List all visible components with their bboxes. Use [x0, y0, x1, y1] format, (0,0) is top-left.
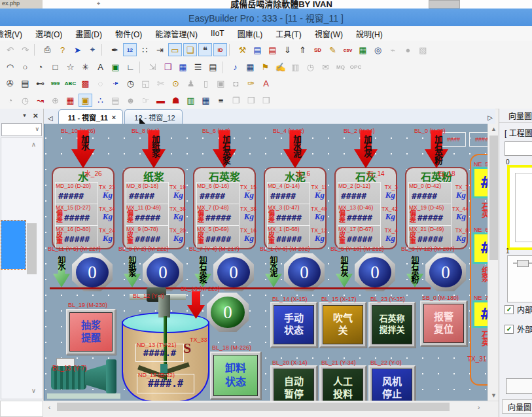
shape-library-icon[interactable]: ❒	[161, 61, 175, 74]
tab-scroll-left-icon[interactable]: ◁	[48, 115, 53, 122]
format-pen-icon[interactable]: ✑	[244, 77, 258, 90]
deviation-display[interactable]: MX_11 (D-49) 偏差 ##### Kg TX_36	[126, 204, 168, 226]
group-library-icon[interactable]: ☰	[191, 61, 205, 74]
discharge-unit[interactable]: BL_9 (Y-2) (M-222) 卸纸浆 0	[122, 252, 185, 293]
line-tool-icon[interactable]: ∟	[124, 61, 137, 74]
recipe-table-icon[interactable]: ▦	[356, 43, 370, 56]
panel-footer-tab[interactable]: 向量圖	[502, 399, 532, 414]
scheduler-icon[interactable]: ▦	[199, 94, 213, 107]
status-display-box[interactable]: ####	[469, 132, 488, 147]
pass-through-icon[interactable]: ◎	[371, 43, 385, 56]
menu-iiot[interactable]: IIoT	[204, 29, 231, 38]
deviation-display[interactable]: MX_7 (D-48) 偏差 ##### Kg TX_38	[197, 204, 239, 226]
ledger-icon[interactable]: ▥	[289, 61, 302, 74]
ascii-display-icon[interactable]: ABC	[63, 77, 77, 90]
internal-checkbox[interactable]: ✓ 内部	[505, 304, 532, 315]
unload-status-lamp[interactable]: 卸料 状态	[210, 352, 261, 399]
manual-status-button[interactable]: BL_14 (X-15) 手动 状态	[270, 302, 317, 348]
quick-edit-icon[interactable]: ✎	[326, 43, 340, 56]
printer-dim-icon[interactable]: ❒	[244, 94, 258, 107]
text-tool-icon[interactable]: A	[94, 61, 107, 74]
vector-item-selected[interactable]	[507, 165, 532, 250]
object-list-icon[interactable]: ▤	[206, 61, 220, 74]
ne-display[interactable]: #	[472, 300, 488, 328]
usb-icon[interactable]: ⌁	[386, 43, 400, 56]
ellipse-tool-icon[interactable]: ○	[18, 61, 32, 74]
function-key-icon[interactable]: ·F	[109, 77, 122, 90]
simulate-offline-icon[interactable]: ▤	[266, 43, 279, 56]
ruler-icon[interactable]: 12	[123, 43, 137, 56]
collapse-icon[interactable]: ▼	[22, 113, 27, 118]
compass-icon[interactable]: ⊕	[48, 94, 62, 107]
eraser-icon[interactable]: ✄	[154, 77, 168, 90]
deviation-display[interactable]: MX_3 (D-47) 偏差 ##### Kg TX_40	[268, 204, 310, 226]
label-tag-icon[interactable]: ⚑	[258, 61, 272, 74]
tab-close-icon[interactable]: ×	[112, 113, 116, 121]
contact-icon[interactable]: ☻	[124, 94, 137, 107]
picture-tool-icon[interactable]: ▣	[109, 61, 122, 74]
arc-tool-icon[interactable]: ◠	[3, 61, 17, 74]
scroll-down-icon[interactable]: ▼	[488, 390, 499, 401]
library-select[interactable]: ∨	[1, 123, 42, 136]
scroll-right-icon[interactable]: ›	[473, 401, 484, 413]
scroll-down-icon[interactable]: ∨	[31, 387, 36, 394]
scrollbar-thumb[interactable]	[489, 136, 498, 260]
snapshot-icon[interactable]: ▣	[214, 77, 228, 90]
document-icon[interactable]: ▯	[199, 77, 213, 90]
window-mode-icon[interactable]: ❏	[183, 43, 197, 56]
design-canvas[interactable]: #### #### BL_10 (Y-26) 加水 水 水_26 MD_10 (…	[44, 124, 488, 401]
scatter-plot-icon[interactable]: ∴	[94, 94, 107, 107]
recipe-view-icon[interactable]: ≡	[214, 94, 228, 107]
scroll-up-icon[interactable]: ∧	[31, 141, 36, 148]
library-swatch-selected[interactable]	[1, 221, 26, 269]
menu-energy[interactable]: 能源管理(N)	[149, 28, 204, 39]
redo-icon[interactable]: ↷	[18, 43, 32, 56]
setpoint-display[interactable]: MD_0 (D-42) ##### Kg TX_7	[409, 183, 451, 204]
freehand-tool-icon[interactable]: ✳	[79, 61, 92, 74]
tare-display[interactable]: MX_1 (D-68) 皮重 ##### Kg TX_12	[268, 226, 310, 247]
oscilloscope-icon[interactable]: ▣	[79, 94, 92, 107]
download-icon[interactable]: ⇓	[281, 43, 294, 56]
pie-tool-icon[interactable]: ◔	[33, 61, 47, 74]
material-card[interactable]: 石英粉 石_18 MD_0 (D-42) ##### Kg TX_7 MX_19…	[405, 167, 468, 249]
grid-icon[interactable]: ∷	[138, 43, 152, 56]
shape-mode-icon[interactable]: ▭	[168, 43, 182, 56]
discharge-unit[interactable]: BL_5 (Y-10) (M-212) 卸石灰 0	[334, 252, 397, 293]
material-card[interactable]: 纸浆 MD_8 (D-18) ##### Kg TX_19 MX_11 (D-4…	[122, 167, 185, 249]
menu-window[interactable]: 視窗(W)	[308, 28, 349, 39]
menu-view[interactable]: 檢視(V)	[0, 28, 29, 39]
ne-display[interactable]: #	[472, 232, 488, 264]
menu-objects[interactable]: 物件(O)	[109, 28, 149, 39]
horizontal-scrollbar[interactable]: ‹ ›	[44, 401, 499, 413]
simulate-online-icon[interactable]: ▤	[251, 43, 264, 56]
layers-icon[interactable]: ❒	[259, 94, 273, 107]
material-card[interactable]: 石灰 石_14 MD_2 (D-12) ##### Kg TX_3 MX_13 …	[334, 167, 397, 249]
library-list[interactable]: ∧ ∨	[1, 137, 43, 399]
ne-display[interactable]: #	[472, 167, 488, 198]
tare-display[interactable]: MX_9 (D-78) 皮重 ##### Kg TX_20	[126, 226, 168, 247]
mail-icon[interactable]: ✉	[319, 61, 332, 74]
discharge-unit[interactable]: BL_1 (Y-6) (M-202) 卸水泥 0	[264, 252, 327, 293]
animation-icon[interactable]: ♟	[184, 77, 198, 90]
select-region-icon[interactable]: ◌	[94, 77, 107, 90]
scroll-left-icon[interactable]: ‹	[44, 401, 55, 413]
operator-panel-icon[interactable]: ☗	[169, 94, 183, 107]
vector-item[interactable]	[507, 255, 532, 302]
alarm-reset-button[interactable]: SB_0 (M-180) 报警 复位	[420, 300, 467, 346]
timer-icon[interactable]: ◷	[304, 61, 317, 74]
print-icon[interactable]: ⎙	[41, 43, 54, 56]
setpoint-display[interactable]: MD_8 (D-18) ##### Kg TX_19	[126, 183, 168, 204]
menu-tools[interactable]: 工具(T)	[269, 28, 308, 39]
auto-pause-button[interactable]: BL_20 (X-14) 自动 暂停	[270, 365, 317, 401]
schedule-icon[interactable]: ▦	[243, 61, 257, 74]
meter-display-icon[interactable]: ◔	[3, 94, 17, 107]
mix-gauge[interactable]: 0	[207, 293, 249, 332]
comment-icon[interactable]: ❝	[198, 43, 212, 56]
blow-off-button[interactable]: BL_15 (X-17) 吹气 关	[319, 302, 366, 348]
polygon-tool-icon[interactable]: ☆	[63, 61, 77, 74]
upload-icon[interactable]: ⇑	[296, 43, 310, 56]
menu-draw[interactable]: 畫圖(D)	[69, 28, 109, 39]
hdd-icon[interactable]: ●	[401, 43, 415, 56]
discharge-unit[interactable]: BL_3 (Y-12) (M-207) 卸石英粉 0	[405, 252, 468, 293]
deviation-display[interactable]: MX_13 (D-46) 偏差 ##### Kg TX_42	[338, 204, 380, 226]
